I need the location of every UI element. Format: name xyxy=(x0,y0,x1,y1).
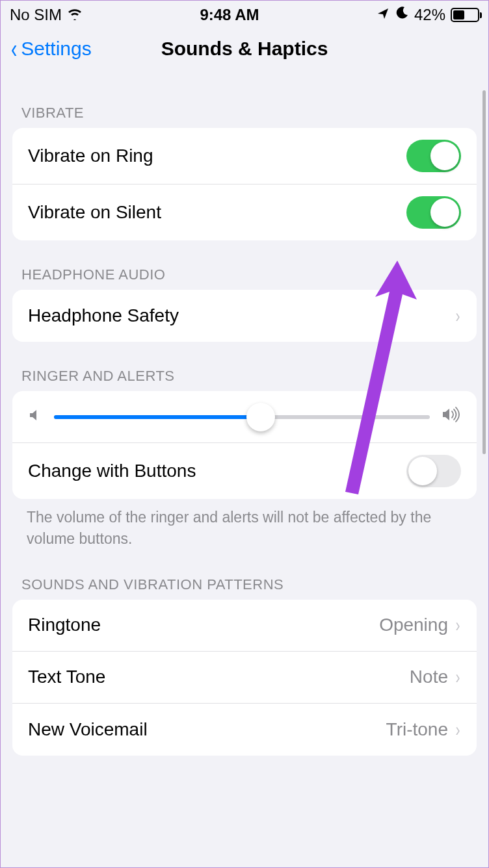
row-label: Change with Buttons xyxy=(28,461,196,481)
row-volume-slider xyxy=(12,391,477,443)
scroll-indicator[interactable] xyxy=(482,90,486,454)
nav-bar: ‹ Settings Sounds & Haptics xyxy=(1,29,488,73)
battery-icon xyxy=(451,8,479,22)
row-vibrate-on-silent[interactable]: Vibrate on Silent xyxy=(12,185,477,240)
row-value: Opening xyxy=(379,615,448,635)
volume-slider[interactable] xyxy=(54,415,430,419)
group-headphone-audio: Headphone Safety › xyxy=(12,290,477,342)
wifi-icon xyxy=(67,6,83,24)
row-label: Ringtone xyxy=(28,615,101,635)
row-change-with-buttons[interactable]: Change with Buttons xyxy=(12,443,477,499)
section-header-ringer-alerts: RINGER AND ALERTS xyxy=(7,342,482,391)
row-label: New Voicemail xyxy=(28,719,148,740)
clock: 9:48 AM xyxy=(200,6,259,24)
row-new-voicemail[interactable]: New Voicemail Tri-tone › xyxy=(12,704,477,756)
row-label: Vibrate on Ring xyxy=(28,146,153,166)
row-text-tone[interactable]: Text Tone Note › xyxy=(12,652,477,704)
group-vibrate: Vibrate on Ring Vibrate on Silent xyxy=(12,128,477,240)
group-sounds-patterns: Ringtone Opening › Text Tone Note › New … xyxy=(12,600,477,756)
row-label: Headphone Safety xyxy=(28,305,179,326)
row-headphone-safety[interactable]: Headphone Safety › xyxy=(12,290,477,342)
back-button[interactable]: ‹ Settings xyxy=(10,36,92,62)
speaker-high-icon xyxy=(442,407,461,427)
slider-thumb[interactable] xyxy=(246,403,275,431)
dnd-moon-icon xyxy=(395,6,409,24)
toggle-vibrate-on-ring[interactable] xyxy=(406,140,461,172)
section-header-vibrate: VIBRATE xyxy=(7,73,482,128)
section-header-headphone-audio: HEADPHONE AUDIO xyxy=(7,240,482,290)
chevron-right-icon: › xyxy=(456,666,460,688)
row-label: Text Tone xyxy=(28,667,105,687)
section-header-sounds-patterns: SOUNDS AND VIBRATION PATTERNS xyxy=(7,550,482,600)
row-ringtone[interactable]: Ringtone Opening › xyxy=(12,600,477,652)
chevron-right-icon: › xyxy=(456,305,460,327)
battery-percent: 42% xyxy=(414,6,445,24)
row-vibrate-on-ring[interactable]: Vibrate on Ring xyxy=(12,128,477,185)
back-label: Settings xyxy=(21,38,91,60)
row-value: Note xyxy=(410,667,448,687)
chevron-right-icon: › xyxy=(456,719,460,741)
toggle-vibrate-on-silent[interactable] xyxy=(406,196,461,229)
row-label: Vibrate on Silent xyxy=(28,202,161,223)
speaker-low-icon xyxy=(28,407,42,427)
row-value: Tri-tone xyxy=(386,719,448,740)
chevron-right-icon: › xyxy=(456,614,460,636)
carrier-label: No SIM xyxy=(10,6,62,24)
toggle-change-with-buttons[interactable] xyxy=(406,455,461,487)
status-bar: No SIM 9:48 AM 42% xyxy=(1,1,488,29)
chevron-left-icon: ‹ xyxy=(11,36,17,62)
scroll-area[interactable]: VIBRATE Vibrate on Ring Vibrate on Silen… xyxy=(1,73,488,756)
page-title: Sounds & Haptics xyxy=(161,38,328,60)
group-ringer-alerts: Change with Buttons xyxy=(12,391,477,499)
section-footer-ringer-alerts: The volume of the ringer and alerts will… xyxy=(7,499,482,550)
location-icon xyxy=(377,6,390,24)
